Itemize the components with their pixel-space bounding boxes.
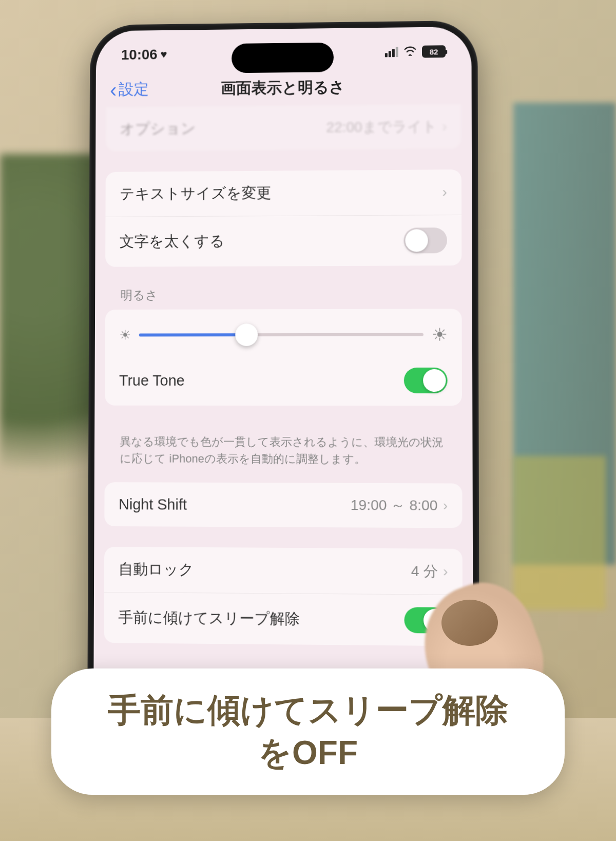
status-time: 10:06: [121, 47, 158, 63]
settings-list[interactable]: オプション 22:00までライト › テキストサイズを変更 › 文字を太くする: [94, 104, 473, 646]
row-value: 4 分: [411, 562, 438, 582]
phone-frame: 10:06 ♥ 82 ‹ 設定 画面表示と明るさ: [87, 21, 479, 744]
back-label: 設定: [119, 79, 149, 100]
brightness-header: 明るさ: [105, 286, 462, 310]
partial-section: オプション 22:00までライト ›: [106, 104, 461, 151]
auto-lock-row[interactable]: 自動ロック 4 分 ›: [104, 547, 463, 595]
dynamic-island: [232, 43, 334, 73]
row-value: 22:00までライト: [326, 117, 437, 138]
chevron-right-icon: ›: [442, 118, 447, 135]
raise-to-wake-row[interactable]: 手前に傾けてスリープ解除: [104, 592, 463, 646]
signal-icon: [385, 47, 398, 57]
instruction-caption: 手前に傾けてスリープ解除 をOFF: [51, 668, 565, 795]
heart-icon: ♥: [160, 48, 167, 61]
slider-thumb[interactable]: [235, 323, 258, 346]
back-button[interactable]: ‹ 設定: [110, 79, 149, 100]
row-label: オプション: [120, 119, 196, 140]
phone-screen: 10:06 ♥ 82 ‹ 設定 画面表示と明るさ: [93, 27, 473, 738]
row-label: テキストサイズを変更: [120, 183, 271, 204]
row-label: True Tone: [119, 372, 185, 389]
sun-small-icon: ☀: [119, 327, 131, 343]
battery-icon: 82: [422, 45, 446, 58]
night-shift-section: Night Shift 19:00 ～ 8:00 ›: [104, 482, 462, 528]
user-thumb-nail: [441, 600, 498, 646]
page-title: 画面表示と明るさ: [221, 77, 345, 99]
chevron-left-icon: ‹: [110, 80, 117, 100]
row-label: 自動ロック: [119, 559, 194, 580]
true-tone-toggle[interactable]: [404, 368, 448, 393]
row-value: 19:00 ～ 8:00: [351, 495, 438, 515]
chevron-right-icon: ›: [443, 563, 448, 580]
text-section: テキストサイズを変更 › 文字を太くする: [105, 169, 461, 267]
brightness-slider[interactable]: [139, 333, 424, 337]
option-row[interactable]: オプション 22:00までライト ›: [106, 104, 461, 151]
slider-fill: [139, 333, 246, 336]
lock-section: 自動ロック 4 分 › 手前に傾けてスリープ解除: [104, 547, 463, 646]
chevron-right-icon: ›: [443, 498, 448, 514]
caption-text: 手前に傾けてスリープ解除 をOFF: [92, 689, 524, 774]
background-frame-yellow: [513, 456, 606, 610]
bold-text-toggle[interactable]: [403, 227, 447, 253]
night-shift-row[interactable]: Night Shift 19:00 ～ 8:00 ›: [104, 482, 462, 528]
brightness-section: ☀ ☀ True Tone: [105, 309, 462, 406]
row-label: Night Shift: [119, 496, 187, 513]
chevron-right-icon: ›: [442, 184, 447, 200]
true-tone-row[interactable]: True Tone: [105, 355, 462, 406]
sun-large-icon: ☀: [432, 324, 447, 345]
row-label: 手前に傾けてスリープ解除: [118, 607, 300, 629]
text-size-row[interactable]: テキストサイズを変更 ›: [105, 169, 461, 217]
brightness-slider-row: ☀ ☀: [105, 309, 461, 355]
wifi-icon: [403, 45, 417, 59]
row-label: 文字を太くする: [120, 231, 225, 252]
bold-text-row[interactable]: 文字を太くする: [105, 215, 461, 267]
true-tone-footer: 異なる環境でも色が一貫して表示されるように、環境光の状況に応じて iPhoneの…: [105, 426, 463, 468]
